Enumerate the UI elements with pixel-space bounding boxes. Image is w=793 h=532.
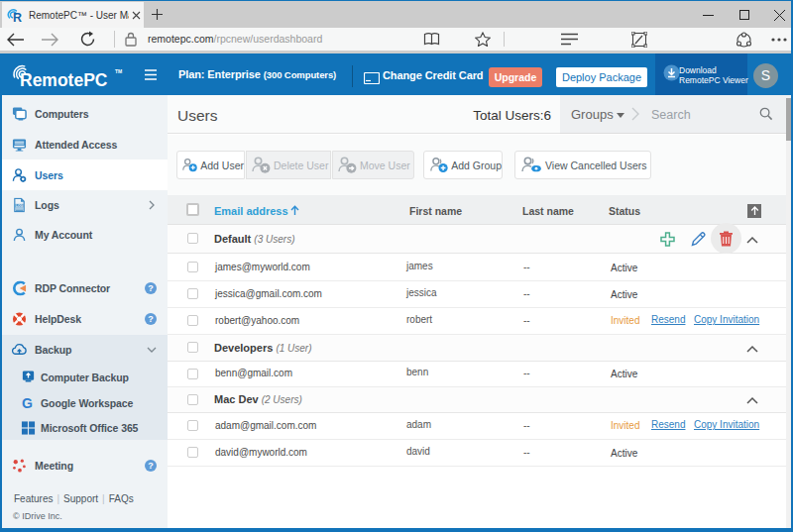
svg-text:G: G [22,396,33,411]
svg-text:R: R [13,11,22,25]
svg-text:RemotePC: RemotePC [20,70,108,88]
svg-text:LOG: LOG [16,204,23,208]
svg-text:TM: TM [115,68,122,74]
